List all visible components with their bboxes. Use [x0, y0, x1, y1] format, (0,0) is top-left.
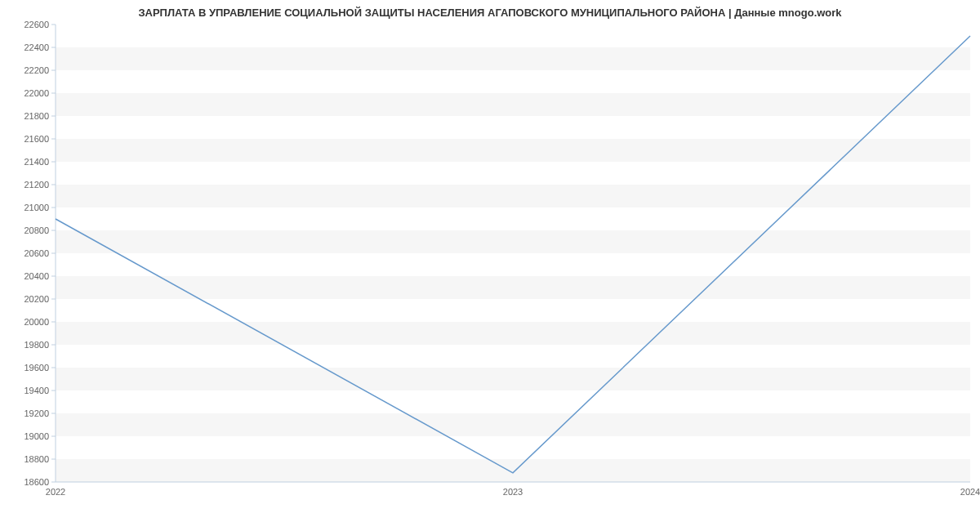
x-tick-label: 2024 [960, 487, 980, 497]
y-tick-label: 21600 [8, 134, 49, 144]
y-tick-label: 18600 [8, 477, 49, 487]
y-tick-label: 21000 [8, 203, 49, 212]
y-tick-label: 22400 [8, 42, 49, 52]
y-tick-label: 21400 [8, 157, 49, 167]
y-tick-label: 20400 [8, 271, 49, 281]
y-tick-label: 19000 [8, 431, 49, 441]
grid-band [56, 93, 970, 116]
y-tick-label: 22600 [8, 20, 49, 29]
y-tick-label: 19400 [8, 386, 49, 395]
x-tick-label: 2022 [46, 487, 65, 497]
y-tick-label: 20200 [8, 294, 49, 304]
y-tick-label: 21800 [8, 111, 49, 121]
grid-band [56, 413, 970, 436]
y-tick-label: 21200 [8, 180, 49, 190]
salary-line-chart: ЗАРПЛАТА В УПРАВЛЕНИЕ СОЦИАЛЬНОЙ ЗАЩИТЫ … [0, 0, 980, 531]
y-tick-label: 19800 [8, 340, 49, 350]
grid-band [56, 47, 970, 70]
chart-title: ЗАРПЛАТА В УПРАВЛЕНИЕ СОЦИАЛЬНОЙ ЗАЩИТЫ … [0, 7, 980, 19]
grid-band [56, 230, 970, 253]
grid-band [56, 368, 970, 390]
y-tick-label: 19200 [8, 408, 49, 418]
grid-band [56, 139, 970, 162]
x-tick-label: 2023 [503, 487, 523, 497]
y-tick-label: 20000 [8, 317, 49, 327]
plot-area [56, 25, 970, 482]
y-tick-label: 20600 [8, 248, 49, 258]
y-tick-label: 22000 [8, 88, 49, 98]
y-tick-label: 22200 [8, 65, 49, 75]
grid-band [56, 185, 970, 207]
grid-band [56, 322, 970, 345]
y-tick-label: 20800 [8, 225, 49, 235]
y-tick-label: 19600 [8, 363, 49, 373]
grid-band [56, 459, 970, 482]
y-tick-label: 18800 [8, 454, 49, 464]
